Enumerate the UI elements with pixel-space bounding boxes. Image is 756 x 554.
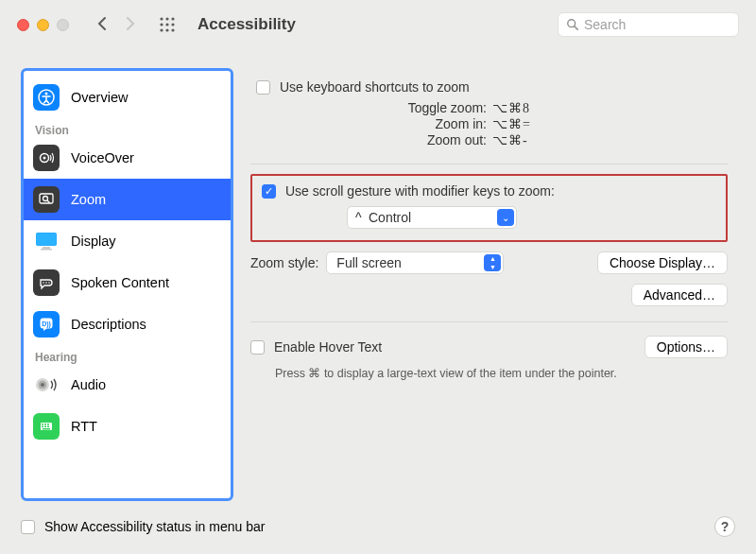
scroll-gesture-label: Use scroll gesture with modifier keys to… xyxy=(285,183,555,199)
zoom-in-keys: ⌥⌘= xyxy=(492,116,531,132)
zoom-in-label: Zoom in: xyxy=(256,116,492,132)
sidebar-item-label: Spoken Content xyxy=(71,275,169,290)
svg-rect-19 xyxy=(37,234,57,246)
svg-point-5 xyxy=(171,23,174,26)
modifier-key-select[interactable]: ^ Control ⌄ xyxy=(347,206,517,229)
zoom-style-row: Zoom style: Full screen ▲▼ Choose Displa… xyxy=(250,251,728,274)
sidebar-section-vision: Vision xyxy=(24,118,231,137)
main-panel: Use keyboard shortcuts to zoom Toggle zo… xyxy=(250,68,735,501)
search-input[interactable] xyxy=(584,17,730,32)
spoken-content-icon xyxy=(33,269,60,296)
status-menubar-checkbox[interactable] xyxy=(21,520,35,534)
zoom-out-label: Zoom out: xyxy=(256,132,492,148)
scroll-gesture-section: ✓ Use scroll gesture with modifier keys … xyxy=(250,174,728,242)
zoom-style-select[interactable]: Full screen ▲▼ xyxy=(326,251,504,274)
svg-rect-20 xyxy=(43,247,50,249)
sidebar-item-label: Overview xyxy=(71,90,128,105)
sidebar-section-hearing: Hearing xyxy=(24,345,231,364)
sidebar-item-label: Audio xyxy=(71,377,106,392)
zoom-icon xyxy=(33,186,60,213)
svg-point-12 xyxy=(45,93,48,95)
chevron-down-icon: ⌄ xyxy=(497,209,514,226)
search-icon xyxy=(566,18,579,31)
svg-rect-37 xyxy=(43,428,50,430)
scroll-gesture-checkbox[interactable]: ✓ xyxy=(262,184,276,199)
modifier-symbol: ^ xyxy=(355,210,362,225)
page-title: Accessibility xyxy=(198,15,296,34)
hover-text-checkbox[interactable] xyxy=(250,340,265,355)
svg-rect-21 xyxy=(41,249,52,251)
svg-point-22 xyxy=(43,282,44,284)
modifier-value: Control xyxy=(369,210,411,225)
choose-display-button[interactable]: Choose Display… xyxy=(597,251,728,274)
svg-rect-36 xyxy=(47,426,49,428)
svg-rect-15 xyxy=(40,194,53,203)
hover-options-button[interactable]: Options… xyxy=(644,336,728,358)
help-button[interactable]: ? xyxy=(714,516,735,537)
svg-point-3 xyxy=(160,23,163,26)
minimize-window-button[interactable] xyxy=(37,19,49,31)
hover-text-section: Enable Hover Text Options… xyxy=(250,336,728,358)
window-controls xyxy=(17,19,69,31)
nav-buttons xyxy=(97,16,137,33)
keyboard-shortcuts-label: Use keyboard shortcuts to zoom xyxy=(280,79,470,95)
titlebar: Accessibility xyxy=(0,0,756,49)
svg-point-24 xyxy=(48,282,50,284)
zoom-style-value: Full screen xyxy=(336,255,401,270)
svg-point-6 xyxy=(160,28,163,31)
hover-help-text: Press ⌘ to display a large-text view of … xyxy=(275,366,728,380)
footer: Show Accessibility status in menu bar ? xyxy=(0,507,756,554)
svg-point-1 xyxy=(165,17,168,20)
sidebar-item-overview[interactable]: Overview xyxy=(24,77,231,118)
svg-rect-33 xyxy=(47,424,49,425)
forward-button[interactable] xyxy=(126,16,137,33)
sidebar-item-audio[interactable]: Audio xyxy=(24,364,231,406)
svg-point-14 xyxy=(43,157,46,160)
descriptions-icon: D)) xyxy=(33,311,60,338)
sidebar-item-rtt[interactable]: RTT xyxy=(24,406,231,447)
sidebar-item-label: RTT xyxy=(71,419,97,434)
accessibility-icon xyxy=(33,84,60,111)
sidebar-item-voiceover[interactable]: VoiceOver xyxy=(24,137,231,179)
svg-line-17 xyxy=(47,200,50,203)
svg-point-16 xyxy=(43,197,48,201)
rtt-icon xyxy=(33,413,60,440)
status-menubar-label: Show Accessibility status in menu bar xyxy=(44,519,265,534)
svg-rect-32 xyxy=(44,424,46,425)
svg-point-7 xyxy=(165,28,168,31)
zoom-out-keys: ⌥⌘- xyxy=(492,132,528,148)
voiceover-icon xyxy=(33,145,60,171)
sidebar-item-zoom[interactable]: Zoom xyxy=(24,179,231,220)
close-window-button[interactable] xyxy=(17,19,29,31)
divider xyxy=(250,321,728,322)
sidebar-item-label: Display xyxy=(71,234,116,249)
svg-point-8 xyxy=(171,28,174,31)
keyboard-shortcuts-section: Use keyboard shortcuts to zoom Toggle zo… xyxy=(250,70,728,164)
search-field[interactable] xyxy=(558,12,739,37)
keyboard-shortcuts-checkbox[interactable] xyxy=(256,80,270,95)
svg-point-23 xyxy=(45,282,47,284)
svg-rect-31 xyxy=(42,424,43,425)
svg-line-10 xyxy=(575,26,578,30)
svg-text:D)): D)) xyxy=(42,320,51,328)
keyboard-shortcuts-row: Use keyboard shortcuts to zoom xyxy=(256,79,722,95)
sidebar-item-descriptions[interactable]: D)) Descriptions xyxy=(24,303,231,345)
svg-point-0 xyxy=(160,17,163,20)
hover-text-label: Enable Hover Text xyxy=(274,339,382,355)
svg-point-4 xyxy=(165,23,168,26)
back-button[interactable] xyxy=(97,16,109,33)
show-all-prefs-button[interactable] xyxy=(160,17,175,32)
zoom-window-button[interactable] xyxy=(57,19,69,31)
advanced-button[interactable]: Advanced… xyxy=(631,284,728,306)
sidebar-item-spoken-content[interactable]: Spoken Content xyxy=(24,262,231,303)
toggle-zoom-label: Toggle zoom: xyxy=(256,100,492,116)
shortcuts-list: Toggle zoom:⌥⌘8 Zoom in:⌥⌘= Zoom out:⌥⌘- xyxy=(256,100,722,148)
sidebar-item-label: Zoom xyxy=(71,192,106,207)
sidebar-item-display[interactable]: Display xyxy=(24,220,231,262)
toggle-zoom-keys: ⌥⌘8 xyxy=(492,100,530,116)
zoom-style-label: Zoom style: xyxy=(250,255,318,270)
stepper-icon: ▲▼ xyxy=(484,254,501,271)
svg-rect-34 xyxy=(42,426,43,428)
sidebar: Overview Vision VoiceOver Zoom Display S… xyxy=(21,68,233,501)
sidebar-item-label: VoiceOver xyxy=(71,150,134,165)
